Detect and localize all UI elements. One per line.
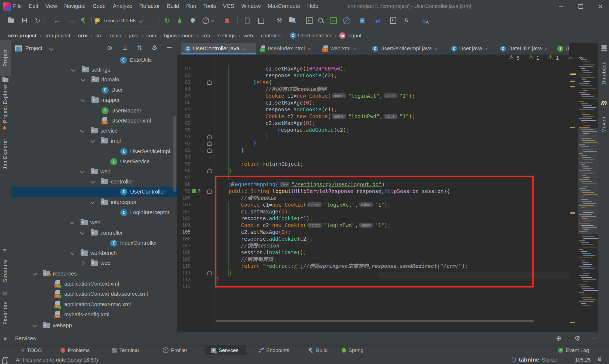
tree-item-web[interactable]: web — [11, 167, 177, 177]
tree-item-web[interactable]: web — [11, 218, 177, 228]
breadcrumb-item-crm[interactable]: crm — [78, 33, 88, 39]
tree-collapse-icon[interactable] — [91, 139, 95, 143]
fold-marker-icon[interactable] — [207, 148, 212, 153]
tab-close-icon[interactable]: × — [544, 46, 547, 52]
fold-marker-icon[interactable] — [207, 141, 212, 146]
tool-button-todo[interactable]: ≡TODO — [21, 345, 42, 355]
fold-marker-icon[interactable] — [207, 271, 212, 275]
code-line[interactable]: } — [253, 140, 256, 147]
tool-button-build[interactable]: Build — [308, 345, 328, 355]
editor-horizontal-scrollbar[interactable] — [216, 320, 534, 322]
services-locate-icon[interactable]: ⊕ — [556, 335, 561, 342]
line-number[interactable]: 84 — [177, 86, 191, 93]
tree-item-impl[interactable]: impl — [11, 136, 177, 146]
menu-code[interactable]: Code — [93, 3, 106, 9]
run-config-selector[interactable]: Tomcat 9.0.68 — [91, 15, 158, 26]
tab-usercontroller-java[interactable]: CUserController.java× — [181, 43, 256, 54]
tab-user-java[interactable]: CUser.java× — [447, 43, 496, 54]
minimize-button[interactable] — [559, 6, 563, 7]
tab-close-icon[interactable]: × — [434, 46, 437, 52]
tab-web-xml[interactable]: <>web.xml× — [319, 43, 368, 54]
code-line[interactable]: c1.setMaxAge(0); — [265, 99, 315, 106]
line-number[interactable]: 112 — [177, 276, 191, 283]
tree-collapse-icon[interactable] — [91, 200, 95, 204]
tree-collapse-icon[interactable] — [33, 323, 37, 328]
tree-item-usermapper.xml[interactable]: <>UserMapper.xml — [11, 116, 177, 126]
tree-item-webapp[interactable]: webapp — [11, 321, 177, 331]
tab-close-icon[interactable]: × — [308, 46, 311, 52]
event-log-button[interactable]: 4Event Log — [558, 345, 589, 355]
warning-icon[interactable]: ⚠ — [528, 54, 534, 61]
code-line[interactable]: //把没有过期cookie删除 — [265, 86, 327, 93]
maximize-button[interactable] — [579, 4, 583, 9]
services-star-icon[interactable]: ★ — [3, 335, 8, 342]
line-number[interactable]: 91 — [177, 133, 191, 140]
run-with-coverage-icon[interactable] — [191, 13, 195, 28]
code-minimap[interactable] — [578, 43, 598, 332]
line-number[interactable]: 104 — [177, 222, 191, 229]
tree-item-settings[interactable]: settings — [11, 65, 177, 75]
code-line[interactable]: c2.setMaxAge(10*24*60*60); — [265, 65, 346, 72]
line-number[interactable]: 109 — [177, 256, 191, 263]
line-number[interactable]: 89 — [177, 120, 191, 127]
tree-collapse-icon[interactable] — [80, 129, 85, 133]
tool-button-problems[interactable]: !Problems — [60, 345, 90, 355]
tree-item-indexcontroller[interactable]: CIndexController — [11, 238, 177, 248]
tree-item-usermapper[interactable]: IUserMapper — [11, 106, 177, 116]
tree-expand-icon[interactable] — [80, 261, 85, 266]
tool-button-structure[interactable]: Structure — [0, 254, 11, 288]
line-number[interactable]: 86 — [177, 99, 191, 106]
tool-button-spring[interactable]: Spring — [342, 345, 363, 355]
tree-item-user[interactable]: CUser — [11, 85, 177, 95]
tool-button-terminal[interactable]: >_Terminal — [112, 345, 139, 355]
tree-collapse-icon[interactable] — [33, 271, 37, 276]
tree-item-logininterceptor[interactable]: CLoginInterceptor — [11, 208, 177, 218]
tool-button-endpoints[interactable]: Endpoints — [259, 345, 289, 355]
code-line[interactable]: Cookie c2=new Cookie(name:"loginPwd",val… — [265, 113, 415, 120]
tool-button-project-explorer[interactable]: Project Explorer — [0, 80, 11, 127]
breadcrumb-item-main[interactable]: main — [110, 33, 121, 39]
tool-button-job-explorer[interactable]: Job Explorer — [0, 135, 11, 173]
menu-window[interactable]: Window — [241, 3, 261, 9]
breadcrumb-item-java[interactable]: java — [129, 33, 139, 39]
services-gear-icon[interactable]: ⚙ — [574, 335, 580, 342]
tab-dateutils-java[interactable]: CDateUtils.java× — [496, 43, 549, 54]
evaluate-fx-icon[interactable]: fx — [405, 13, 408, 28]
tree-item-workbench[interactable]: workbench — [11, 248, 177, 258]
fold-marker-icon[interactable] — [207, 134, 212, 139]
tree-collapse-icon[interactable] — [81, 77, 85, 82]
line-number[interactable]: 88 — [177, 113, 191, 120]
update-project-icon[interactable]: ↓ — [258, 13, 264, 28]
line-number[interactable]: 113 — [177, 283, 191, 290]
menu-refactor[interactable]: Refactor — [139, 3, 160, 9]
breadcrumb-item-settings[interactable]: settings — [218, 33, 235, 39]
menu-analyze[interactable]: Analyze — [113, 3, 132, 9]
line-number[interactable]: 106 — [177, 235, 191, 242]
code-line[interactable]: } — [265, 133, 268, 140]
line-number[interactable]: 103 — [177, 215, 191, 222]
breadcrumb-item-usercontroller[interactable]: CUserController — [290, 32, 331, 39]
line-number[interactable]: 96 — [177, 167, 191, 174]
lock-icon[interactable] — [598, 359, 601, 361]
code-line[interactable]: response.addCookie(c2); — [278, 127, 349, 133]
code-line[interactable]: c2.setMaxAge(0); — [265, 120, 315, 127]
tree-item-applicationcontext.xml[interactable]: <>applicationContext.xml — [11, 279, 177, 289]
tree-item-userservice[interactable]: IUserService — [11, 157, 177, 167]
tree-item-controller[interactable]: controller — [11, 228, 177, 238]
breadcrumb-item-bjpowernode[interactable]: bjpowernode — [164, 33, 194, 39]
breadcrumb-item-crm-project[interactable]: crm-project — [8, 33, 37, 39]
prev-warning-icon[interactable] — [568, 57, 573, 61]
line-number[interactable]: 81 — [177, 65, 191, 72]
line-number[interactable]: 110 — [177, 263, 191, 270]
step-filters-icon[interactable]: ⇄ — [375, 13, 380, 28]
tree-collapse-icon[interactable] — [81, 98, 85, 102]
line-number[interactable]: 102 — [177, 208, 191, 215]
line-number[interactable]: 92 — [177, 140, 191, 147]
line-number[interactable]: 90 — [177, 127, 191, 133]
tree-item-mapper[interactable]: mapper — [11, 95, 177, 105]
task-list-icon[interactable] — [360, 13, 365, 28]
code-line[interactable]: response.addCookie(c1); — [265, 106, 337, 113]
tree-item-web[interactable]: web — [11, 258, 177, 268]
tool-button-services[interactable]: Services — [211, 345, 238, 355]
line-number[interactable]: 85 — [177, 93, 191, 99]
